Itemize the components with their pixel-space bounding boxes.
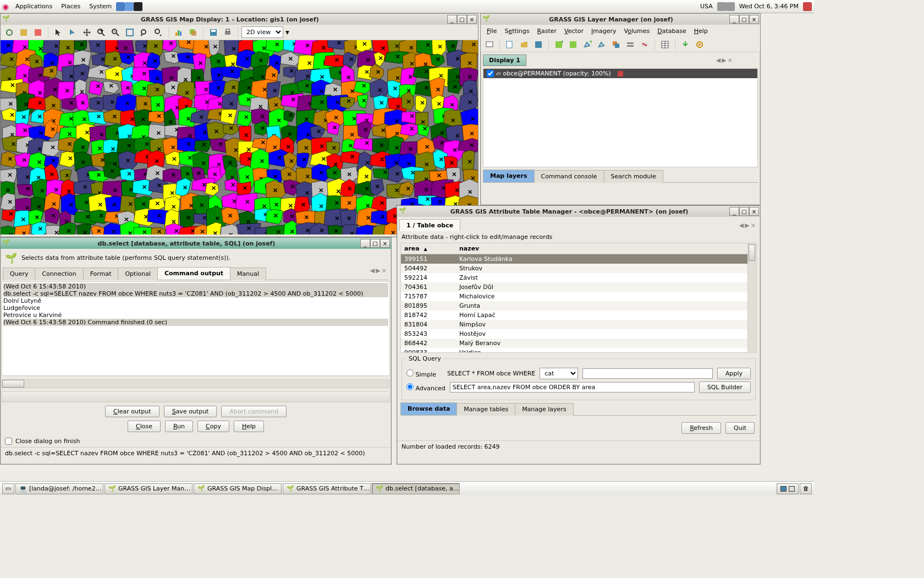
tab-manage-layers[interactable]: Manage layers xyxy=(515,403,574,416)
view-mode-select[interactable]: 2D view xyxy=(241,26,283,38)
add-raster-misc-icon[interactable] xyxy=(566,38,580,51)
table-tab[interactable]: 1 / Table obce xyxy=(399,219,460,231)
menu-settings[interactable]: Settings xyxy=(501,26,533,36)
field-select[interactable]: cat xyxy=(540,368,578,379)
pointer-icon[interactable] xyxy=(52,26,65,39)
map-titlebar[interactable]: 🌱 GRASS GIS Map Display: 1 - Location: g… xyxy=(1,14,478,25)
close-button[interactable]: × xyxy=(749,15,759,24)
tab-command-output[interactable]: Command output xyxy=(157,267,230,280)
tab-search-module[interactable]: Search module xyxy=(604,170,664,183)
shutdown-icon[interactable] xyxy=(803,2,812,11)
zoom-extent-icon[interactable] xyxy=(123,26,136,39)
column-header-nazev[interactable]: nazev xyxy=(456,243,756,254)
maximize-button[interactable]: □ xyxy=(370,239,380,248)
table-row[interactable]: 399151Karlova Studánka xyxy=(401,254,756,264)
menu-vector[interactable]: Vector xyxy=(560,26,587,36)
menu-volumes[interactable]: Volumes xyxy=(620,26,654,36)
vertical-scrollbar[interactable] xyxy=(747,243,756,352)
render-map-icon[interactable] xyxy=(17,26,30,39)
tab-prev-icon[interactable]: ◀ xyxy=(370,267,375,280)
minimize-button[interactable]: _ xyxy=(360,239,370,248)
table-row[interactable]: 909833Valdice xyxy=(401,348,756,353)
close-button[interactable]: × xyxy=(749,207,759,216)
table-row[interactable]: 818742Horní Lapač xyxy=(401,310,756,320)
taskbar-item[interactable]: 🌱 GRASS GIS Attribute T… xyxy=(283,483,371,494)
trash-icon[interactable]: 🗑 xyxy=(800,483,812,494)
dbselect-titlebar[interactable]: 🌱 db.select [database, attribute table, … xyxy=(1,238,391,249)
tab-connection[interactable]: Connection xyxy=(35,268,83,280)
taskbar-item[interactable]: 🌱 db.select [database, a… xyxy=(372,483,460,494)
zoom-menu-icon[interactable] xyxy=(152,26,165,39)
settings-icon[interactable] xyxy=(693,38,706,51)
menu-places[interactable]: Places xyxy=(57,3,85,10)
close-on-finish-checkbox[interactable]: Close dialog on finish xyxy=(1,435,391,447)
zoom-back-icon[interactable] xyxy=(138,26,151,39)
overlay-icon[interactable] xyxy=(186,26,200,39)
attr-titlebar[interactable]: 🌱 GRASS GIS Attribute Table Manager - <o… xyxy=(397,206,760,217)
attribute-table-icon[interactable] xyxy=(658,38,672,51)
table-row[interactable]: 868442Malý Beranov xyxy=(401,339,756,348)
tab-prev-icon[interactable]: ◀ xyxy=(716,57,721,64)
query-icon[interactable] xyxy=(66,26,79,39)
show-desktop-button[interactable]: ▭ xyxy=(2,483,14,494)
add-overlay-icon[interactable] xyxy=(609,38,623,51)
display-map-icon[interactable] xyxy=(3,26,16,39)
layer-visibility-checkbox[interactable] xyxy=(487,70,494,77)
menu-database[interactable]: Database xyxy=(653,26,690,36)
column-header-area[interactable]: area xyxy=(401,243,456,254)
minimize-button[interactable]: _ xyxy=(729,207,739,216)
taskbar-item[interactable]: 🌱 GRASS GIS Map Displ… xyxy=(194,483,282,494)
add-group-icon[interactable] xyxy=(624,38,637,51)
tab-next-icon[interactable]: ▶ xyxy=(722,57,726,64)
menu-help[interactable]: Help xyxy=(690,26,712,36)
import-icon[interactable] xyxy=(679,38,692,51)
run-button[interactable]: Run xyxy=(165,421,193,432)
volume-icon[interactable] xyxy=(726,2,735,11)
workspace-open-icon[interactable] xyxy=(518,38,531,51)
minimize-button[interactable]: _ xyxy=(447,15,457,24)
sql-builder-button[interactable]: SQL Builder xyxy=(699,381,751,393)
tab-browse-data[interactable]: Browse data xyxy=(400,402,457,415)
add-vector-misc-icon[interactable] xyxy=(595,38,608,51)
tab-manage-tables[interactable]: Manage tables xyxy=(457,403,515,416)
layer-item[interactable]: ▱ obce@PERMANENT (opacity: 100%) xyxy=(483,69,757,78)
layer-titlebar[interactable]: 🌱 GRASS GIS Layer Manager (on josef) _ □… xyxy=(481,14,760,25)
copy-button[interactable]: Copy xyxy=(197,421,229,432)
print-icon[interactable] xyxy=(221,26,234,39)
network-icon[interactable] xyxy=(717,2,726,11)
close-button[interactable]: Close xyxy=(128,421,161,432)
pan-icon[interactable] xyxy=(80,26,94,39)
add-raster-icon[interactable]: + xyxy=(552,38,565,51)
remove-layer-icon[interactable] xyxy=(638,38,651,51)
terminal-launcher-icon[interactable] xyxy=(134,2,142,11)
help-button[interactable]: Help xyxy=(234,421,264,432)
tab-manual[interactable]: Manual xyxy=(230,268,266,280)
table-row[interactable]: 704361Josefův Důl xyxy=(401,282,756,292)
tab-format[interactable]: Format xyxy=(83,268,119,280)
minimize-button[interactable]: _ xyxy=(729,15,739,24)
menu-file[interactable]: File xyxy=(483,26,501,36)
tab-close-icon[interactable]: × xyxy=(751,222,756,229)
table-row[interactable]: 853243Hostějov xyxy=(401,329,756,339)
close-button[interactable]: × xyxy=(380,239,390,248)
maximize-button[interactable]: □ xyxy=(457,15,467,24)
layer-tree[interactable]: ▱ obce@PERMANENT (opacity: 100%) xyxy=(483,68,758,167)
menu-system[interactable]: System xyxy=(85,3,116,10)
taskbar-item[interactable]: 💻 [landa@josef: /home2… xyxy=(15,483,103,494)
clear-output-button[interactable]: Clear output xyxy=(105,406,160,417)
mail-launcher-icon[interactable] xyxy=(125,2,134,11)
tab-optional[interactable]: Optional xyxy=(118,268,158,280)
simple-radio[interactable]: Simple xyxy=(406,369,436,378)
table-row[interactable]: 715787Michalovice xyxy=(401,292,756,301)
table-row[interactable]: 504492Strukov xyxy=(401,264,756,273)
advanced-radio[interactable]: Advanced xyxy=(406,383,446,392)
menu-applications[interactable]: Applications xyxy=(11,3,57,10)
advanced-sql-input[interactable] xyxy=(450,382,695,392)
browser-launcher-icon[interactable] xyxy=(116,2,125,11)
horizontal-scrollbar[interactable] xyxy=(2,379,390,388)
quit-button[interactable]: Quit xyxy=(725,422,755,434)
display-tab[interactable]: Display 1 ◀ ▶ × xyxy=(483,54,526,66)
table-row[interactable]: 592214Závist xyxy=(401,273,756,282)
save-display-icon[interactable] xyxy=(207,26,220,39)
table-row[interactable]: 831804Nimpšov xyxy=(401,320,756,329)
